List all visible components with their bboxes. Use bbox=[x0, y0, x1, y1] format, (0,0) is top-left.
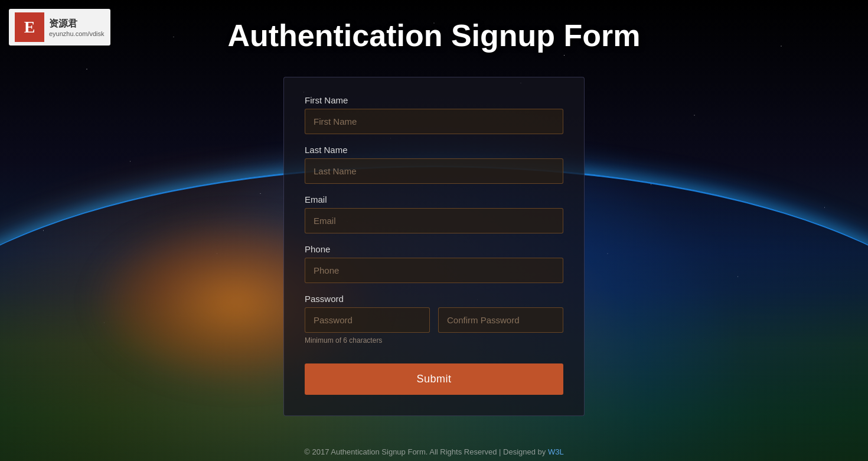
password-group: Password Minimum of 6 characters bbox=[305, 294, 563, 345]
footer-text: © 2017 Authentication Signup Form. All R… bbox=[304, 447, 548, 456]
footer-link[interactable]: W3L bbox=[548, 447, 564, 456]
email-label: Email bbox=[305, 194, 563, 204]
password-row bbox=[305, 307, 563, 333]
last-name-label: Last Name bbox=[305, 145, 563, 155]
last-name-group: Last Name bbox=[305, 145, 563, 184]
phone-label: Phone bbox=[305, 244, 563, 254]
email-group: Email bbox=[305, 194, 563, 233]
last-name-input[interactable] bbox=[305, 158, 563, 184]
first-name-group: First Name bbox=[305, 95, 563, 134]
submit-button[interactable]: Submit bbox=[305, 363, 563, 395]
phone-input[interactable] bbox=[305, 258, 563, 283]
confirm-password-input[interactable] bbox=[438, 307, 563, 333]
footer: © 2017 Authentication Signup Form. All R… bbox=[0, 447, 868, 456]
first-name-input[interactable] bbox=[305, 109, 563, 134]
password-input[interactable] bbox=[305, 307, 430, 333]
password-hint: Minimum of 6 characters bbox=[305, 336, 563, 345]
page-title: Authentication Signup Form bbox=[0, 18, 868, 53]
phone-group: Phone bbox=[305, 244, 563, 283]
password-label: Password bbox=[305, 294, 563, 304]
signup-form-container: First Name Last Name Email Phone Passwor… bbox=[283, 77, 585, 416]
first-name-label: First Name bbox=[305, 95, 563, 105]
email-input[interactable] bbox=[305, 208, 563, 233]
